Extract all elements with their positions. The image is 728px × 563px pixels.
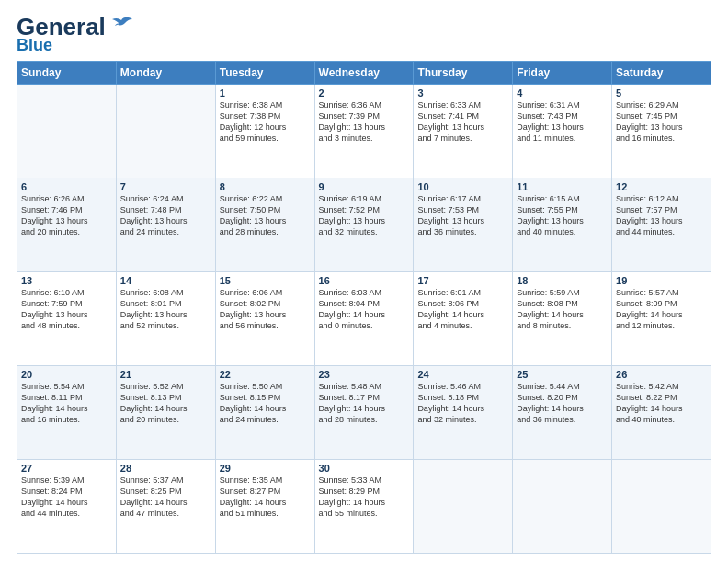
day-info: Sunrise: 5:50 AM Sunset: 8:15 PM Dayligh… — [220, 381, 311, 426]
calendar-table: SundayMondayTuesdayWednesdayThursdayFrid… — [17, 61, 711, 554]
calendar-day-cell: 27Sunrise: 5:39 AM Sunset: 8:24 PM Dayli… — [17, 460, 117, 554]
day-info: Sunrise: 6:06 AM Sunset: 8:02 PM Dayligh… — [220, 287, 311, 332]
calendar-week-row: 20Sunrise: 5:54 AM Sunset: 8:11 PM Dayli… — [17, 366, 711, 460]
day-number: 28 — [120, 463, 211, 474]
calendar-week-row: 13Sunrise: 6:10 AM Sunset: 7:59 PM Dayli… — [17, 272, 711, 366]
day-number: 11 — [517, 181, 608, 192]
day-info: Sunrise: 6:38 AM Sunset: 7:38 PM Dayligh… — [220, 99, 311, 144]
day-info: Sunrise: 6:36 AM Sunset: 7:39 PM Dayligh… — [319, 99, 410, 144]
day-number: 30 — [319, 463, 410, 474]
day-info: Sunrise: 5:42 AM Sunset: 8:22 PM Dayligh… — [616, 381, 707, 426]
calendar-day-cell — [116, 85, 215, 178]
day-number: 14 — [120, 275, 211, 286]
calendar-week-row: 27Sunrise: 5:39 AM Sunset: 8:24 PM Dayli… — [17, 460, 711, 554]
day-number: 12 — [616, 181, 707, 192]
day-number: 10 — [417, 181, 508, 192]
calendar-day-cell: 25Sunrise: 5:44 AM Sunset: 8:20 PM Dayli… — [513, 366, 612, 460]
calendar-day-cell: 10Sunrise: 6:17 AM Sunset: 7:53 PM Dayli… — [414, 178, 513, 272]
day-number: 3 — [417, 87, 508, 98]
calendar-day-cell: 14Sunrise: 6:08 AM Sunset: 8:01 PM Dayli… — [116, 272, 215, 366]
calendar-day-cell: 21Sunrise: 5:52 AM Sunset: 8:13 PM Dayli… — [116, 366, 215, 460]
calendar-day-cell — [414, 460, 513, 554]
logo-bird-icon — [108, 17, 134, 33]
day-number: 29 — [220, 463, 311, 474]
day-number: 7 — [120, 181, 211, 192]
calendar-day-cell: 24Sunrise: 5:46 AM Sunset: 8:18 PM Dayli… — [414, 366, 513, 460]
day-info: Sunrise: 6:29 AM Sunset: 7:45 PM Dayligh… — [616, 99, 707, 144]
day-number: 20 — [21, 369, 112, 380]
day-info: Sunrise: 5:39 AM Sunset: 8:24 PM Dayligh… — [21, 475, 112, 520]
header: General Blue — [17, 15, 711, 53]
calendar-day-cell: 2Sunrise: 6:36 AM Sunset: 7:39 PM Daylig… — [314, 85, 414, 178]
day-number: 13 — [21, 275, 112, 286]
day-info: Sunrise: 6:24 AM Sunset: 7:48 PM Dayligh… — [120, 193, 211, 238]
calendar-day-cell: 30Sunrise: 5:33 AM Sunset: 8:29 PM Dayli… — [314, 460, 414, 554]
logo: General Blue — [17, 15, 134, 53]
calendar-day-cell: 8Sunrise: 6:22 AM Sunset: 7:50 PM Daylig… — [215, 178, 314, 272]
day-info: Sunrise: 6:26 AM Sunset: 7:46 PM Dayligh… — [21, 193, 112, 238]
day-number: 5 — [616, 87, 707, 98]
day-of-week-header: Friday — [513, 62, 612, 85]
calendar-day-cell: 17Sunrise: 6:01 AM Sunset: 8:06 PM Dayli… — [414, 272, 513, 366]
calendar-day-cell — [17, 85, 117, 178]
calendar-day-cell — [513, 460, 612, 554]
day-info: Sunrise: 6:12 AM Sunset: 7:57 PM Dayligh… — [616, 193, 707, 238]
page: General Blue SundayMondayTuesdayWednesda… — [0, 0, 728, 563]
day-info: Sunrise: 6:17 AM Sunset: 7:53 PM Dayligh… — [417, 193, 508, 238]
day-number: 23 — [319, 369, 410, 380]
calendar-day-cell: 22Sunrise: 5:50 AM Sunset: 8:15 PM Dayli… — [215, 366, 314, 460]
calendar-day-cell: 12Sunrise: 6:12 AM Sunset: 7:57 PM Dayli… — [612, 178, 711, 272]
day-number: 9 — [319, 181, 410, 192]
day-of-week-header: Monday — [116, 62, 215, 85]
day-number: 17 — [417, 275, 508, 286]
day-info: Sunrise: 5:57 AM Sunset: 8:09 PM Dayligh… — [616, 287, 707, 332]
day-number: 2 — [319, 87, 410, 98]
calendar-day-cell — [612, 460, 711, 554]
day-of-week-header: Tuesday — [215, 62, 314, 85]
day-info: Sunrise: 6:31 AM Sunset: 7:43 PM Dayligh… — [517, 99, 608, 144]
calendar-day-cell: 26Sunrise: 5:42 AM Sunset: 8:22 PM Dayli… — [612, 366, 711, 460]
calendar-day-cell: 3Sunrise: 6:33 AM Sunset: 7:41 PM Daylig… — [414, 85, 513, 178]
day-number: 22 — [220, 369, 311, 380]
calendar-day-cell: 1Sunrise: 6:38 AM Sunset: 7:38 PM Daylig… — [215, 85, 314, 178]
calendar-day-cell: 4Sunrise: 6:31 AM Sunset: 7:43 PM Daylig… — [513, 85, 612, 178]
day-number: 1 — [220, 87, 311, 98]
day-info: Sunrise: 5:52 AM Sunset: 8:13 PM Dayligh… — [120, 381, 211, 426]
calendar-day-cell: 13Sunrise: 6:10 AM Sunset: 7:59 PM Dayli… — [17, 272, 117, 366]
day-number: 4 — [517, 87, 608, 98]
day-info: Sunrise: 5:54 AM Sunset: 8:11 PM Dayligh… — [21, 381, 112, 426]
calendar-header-row: SundayMondayTuesdayWednesdayThursdayFrid… — [17, 62, 711, 85]
day-info: Sunrise: 5:46 AM Sunset: 8:18 PM Dayligh… — [417, 381, 508, 426]
day-info: Sunrise: 5:35 AM Sunset: 8:27 PM Dayligh… — [220, 475, 311, 520]
day-number: 25 — [517, 369, 608, 380]
day-info: Sunrise: 5:33 AM Sunset: 8:29 PM Dayligh… — [319, 475, 410, 520]
day-number: 6 — [21, 181, 112, 192]
day-info: Sunrise: 6:10 AM Sunset: 7:59 PM Dayligh… — [21, 287, 112, 332]
day-number: 19 — [616, 275, 707, 286]
calendar-day-cell: 11Sunrise: 6:15 AM Sunset: 7:55 PM Dayli… — [513, 178, 612, 272]
calendar-day-cell: 20Sunrise: 5:54 AM Sunset: 8:11 PM Dayli… — [17, 366, 117, 460]
day-info: Sunrise: 6:19 AM Sunset: 7:52 PM Dayligh… — [319, 193, 410, 238]
day-info: Sunrise: 5:48 AM Sunset: 8:17 PM Dayligh… — [319, 381, 410, 426]
day-number: 16 — [319, 275, 410, 286]
day-info: Sunrise: 6:33 AM Sunset: 7:41 PM Dayligh… — [417, 99, 508, 144]
calendar-week-row: 6Sunrise: 6:26 AM Sunset: 7:46 PM Daylig… — [17, 178, 711, 272]
calendar-day-cell: 6Sunrise: 6:26 AM Sunset: 7:46 PM Daylig… — [17, 178, 117, 272]
calendar-week-row: 1Sunrise: 6:38 AM Sunset: 7:38 PM Daylig… — [17, 85, 711, 178]
logo-blue-text: Blue — [17, 37, 52, 53]
day-number: 27 — [21, 463, 112, 474]
calendar-day-cell: 5Sunrise: 6:29 AM Sunset: 7:45 PM Daylig… — [612, 85, 711, 178]
day-of-week-header: Wednesday — [314, 62, 414, 85]
day-number: 18 — [517, 275, 608, 286]
day-info: Sunrise: 6:03 AM Sunset: 8:04 PM Dayligh… — [319, 287, 410, 332]
day-info: Sunrise: 5:44 AM Sunset: 8:20 PM Dayligh… — [517, 381, 608, 426]
calendar-day-cell: 18Sunrise: 5:59 AM Sunset: 8:08 PM Dayli… — [513, 272, 612, 366]
day-number: 8 — [220, 181, 311, 192]
calendar-day-cell: 28Sunrise: 5:37 AM Sunset: 8:25 PM Dayli… — [116, 460, 215, 554]
calendar-day-cell: 19Sunrise: 5:57 AM Sunset: 8:09 PM Dayli… — [612, 272, 711, 366]
day-info: Sunrise: 6:22 AM Sunset: 7:50 PM Dayligh… — [220, 193, 311, 238]
day-info: Sunrise: 6:08 AM Sunset: 8:01 PM Dayligh… — [120, 287, 211, 332]
day-number: 26 — [616, 369, 707, 380]
day-info: Sunrise: 6:15 AM Sunset: 7:55 PM Dayligh… — [517, 193, 608, 238]
day-number: 21 — [120, 369, 211, 380]
